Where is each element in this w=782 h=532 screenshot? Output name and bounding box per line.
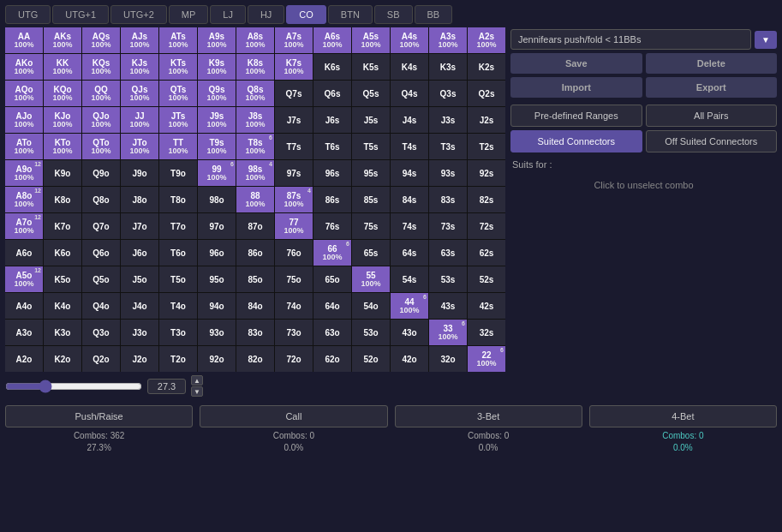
slider-value-input[interactable] xyxy=(147,379,186,394)
hand-cell[interactable]: KQs100% xyxy=(82,54,120,80)
hand-cell[interactable]: 92s xyxy=(468,160,505,186)
hand-cell[interactable]: QTs100% xyxy=(159,81,197,106)
hand-cell[interactable]: T4o xyxy=(159,293,197,319)
hand-cell[interactable]: 6T8s100% xyxy=(236,134,274,159)
hand-cell[interactable]: 65o xyxy=(313,266,351,292)
hand-cell[interactable]: A8s100% xyxy=(236,27,274,53)
action-btn-push-raise[interactable]: Push/Raise xyxy=(5,405,193,427)
hand-cell[interactable]: TT100% xyxy=(159,134,197,159)
hand-cell[interactable]: 53s xyxy=(429,266,467,292)
hand-cell[interactable]: 94o xyxy=(198,293,236,319)
hand-cell[interactable]: 76s xyxy=(313,213,351,239)
hand-cell[interactable]: JTo100% xyxy=(121,134,158,159)
all-pairs-button[interactable]: All Pairs xyxy=(646,105,778,127)
hand-cell[interactable]: KK100% xyxy=(44,54,81,80)
hand-cell[interactable]: Q5s xyxy=(352,81,390,106)
hand-cell[interactable]: K9o xyxy=(44,160,81,186)
hand-cell[interactable]: 97o xyxy=(198,213,236,239)
nav-tab-co[interactable]: CO xyxy=(286,5,326,24)
hand-cell[interactable]: K9s100% xyxy=(198,54,236,80)
slider-up-arrow[interactable]: ▲ xyxy=(191,375,203,386)
hand-cell[interactable]: 54o xyxy=(352,293,390,319)
hand-cell[interactable]: 498s100% xyxy=(236,160,274,186)
hand-cell[interactable]: 96s xyxy=(313,160,351,186)
hand-cell[interactable]: 12A5o100% xyxy=(5,266,43,292)
hand-cell[interactable]: Q2s xyxy=(468,81,505,106)
hand-cell[interactable]: J3o xyxy=(121,320,158,345)
hand-cell[interactable]: 77100% xyxy=(275,213,313,239)
hand-cell[interactable]: J5s xyxy=(352,107,390,133)
hand-cell[interactable]: AA100% xyxy=(5,27,43,53)
import-button[interactable]: Import xyxy=(510,77,642,98)
predefined-ranges-button[interactable]: Pre-defined Ranges xyxy=(510,105,642,127)
hand-cell[interactable]: 93o xyxy=(198,320,236,345)
hand-cell[interactable]: QTo100% xyxy=(82,134,120,159)
hand-cell[interactable]: QJo100% xyxy=(82,107,120,133)
hand-cell[interactable]: T9s100% xyxy=(198,134,236,159)
hand-cell[interactable]: K4s xyxy=(391,54,428,80)
save-button[interactable]: Save xyxy=(510,53,642,74)
hand-cell[interactable]: A7s100% xyxy=(275,27,313,53)
hand-cell[interactable]: A9s100% xyxy=(198,27,236,53)
hand-cell[interactable]: 54s xyxy=(391,266,428,292)
hand-cell[interactable]: 88100% xyxy=(236,187,274,212)
hand-cell[interactable]: Q2o xyxy=(82,346,120,372)
hand-cell[interactable]: 85s xyxy=(352,187,390,212)
hand-cell[interactable]: T3s xyxy=(429,134,467,159)
hand-cell[interactable]: Q3s xyxy=(429,81,467,106)
hand-cell[interactable]: JJ100% xyxy=(121,107,158,133)
hand-cell[interactable]: K7o xyxy=(44,213,81,239)
hand-cell[interactable]: Q3o xyxy=(82,320,120,345)
hand-cell[interactable]: JTs100% xyxy=(159,107,197,133)
hand-cell[interactable]: 83s xyxy=(429,187,467,212)
hand-cell[interactable]: A4o xyxy=(5,293,43,319)
hand-cell[interactable]: 12A9o100% xyxy=(5,160,43,186)
hand-cell[interactable]: T7o xyxy=(159,213,197,239)
hand-cell[interactable]: 76o xyxy=(275,240,313,266)
hand-cell[interactable]: ATs100% xyxy=(159,27,197,53)
hand-cell[interactable]: 97s xyxy=(275,160,313,186)
hand-cell[interactable]: 64s xyxy=(391,240,428,266)
hand-cell[interactable]: KTo100% xyxy=(44,134,81,159)
hand-cell[interactable]: J2s xyxy=(468,107,505,133)
hand-cell[interactable]: J9s100% xyxy=(198,107,236,133)
hand-cell[interactable]: K2s xyxy=(468,54,505,80)
hand-cell[interactable]: J3s xyxy=(429,107,467,133)
hand-cell[interactable]: 82o xyxy=(236,346,274,372)
hand-cell[interactable]: J6s xyxy=(313,107,351,133)
hand-cell[interactable]: 86o xyxy=(236,240,274,266)
hand-cell[interactable]: QQ100% xyxy=(82,81,120,106)
hand-cell[interactable]: A6s100% xyxy=(313,27,351,53)
hand-cell[interactable]: 73o xyxy=(275,320,313,345)
hand-cell[interactable]: T8o xyxy=(159,187,197,212)
hand-cell[interactable]: Q4o xyxy=(82,293,120,319)
nav-tab-utg[interactable]: UTG xyxy=(5,5,51,24)
hand-cell[interactable]: 62s xyxy=(468,240,505,266)
hand-cell[interactable]: 95o xyxy=(198,266,236,292)
off-suited-connectors-button[interactable]: Off Suited Connectors xyxy=(646,130,778,152)
hand-cell[interactable]: T4s xyxy=(391,134,428,159)
hand-cell[interactable]: Q5o xyxy=(82,266,120,292)
hand-cell[interactable]: J6o xyxy=(121,240,158,266)
hand-cell[interactable]: KQo100% xyxy=(44,81,81,106)
hand-cell[interactable]: J4s xyxy=(391,107,428,133)
range-dropdown[interactable]: Jennifears push/fold < 11BBs xyxy=(510,29,751,50)
hand-cell[interactable]: 64o xyxy=(313,293,351,319)
dropdown-arrow-btn[interactable]: ▼ xyxy=(755,31,777,49)
hand-cell[interactable]: 87o xyxy=(236,213,274,239)
hand-cell[interactable]: 73s xyxy=(429,213,467,239)
hand-cell[interactable]: K6o xyxy=(44,240,81,266)
hand-cell[interactable]: 43s xyxy=(429,293,467,319)
hand-cell[interactable]: 65s xyxy=(352,240,390,266)
hand-cell[interactable]: T9o xyxy=(159,160,197,186)
hand-cell[interactable]: A3s100% xyxy=(429,27,467,53)
nav-tab-hj[interactable]: HJ xyxy=(248,5,284,24)
hand-cell[interactable]: Q7o xyxy=(82,213,120,239)
hand-cell[interactable]: 86s xyxy=(313,187,351,212)
hand-cell[interactable]: T5o xyxy=(159,266,197,292)
hand-cell[interactable]: 487s100% xyxy=(275,187,313,212)
hand-cell[interactable]: 85o xyxy=(236,266,274,292)
hand-cell[interactable]: T5s xyxy=(352,134,390,159)
hand-cell[interactable]: 32o xyxy=(429,346,467,372)
hand-cell[interactable]: J7o xyxy=(121,213,158,239)
